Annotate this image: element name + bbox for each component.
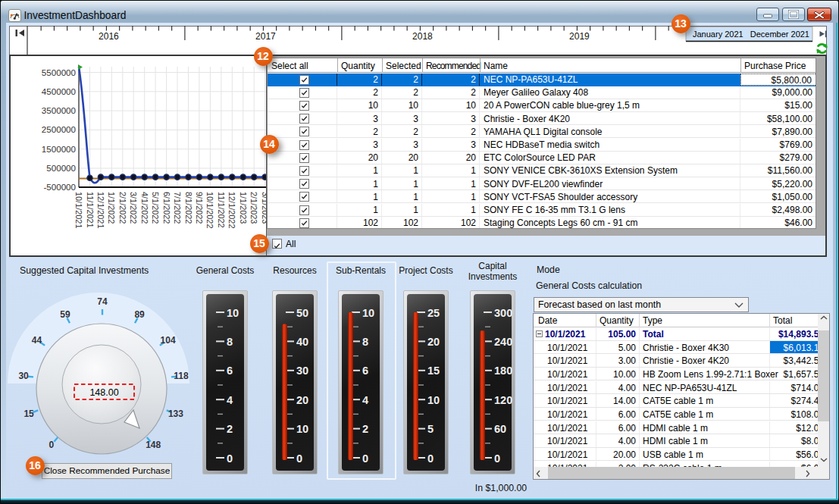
svg-text:10: 10 bbox=[296, 423, 308, 435]
svg-text:15: 15 bbox=[427, 365, 440, 377]
svg-text:4/1/2022: 4/1/2022 bbox=[140, 192, 149, 224]
svg-text:12/1/2021: 12/1/2021 bbox=[96, 192, 105, 228]
svg-text:2/1/2022: 2/1/2022 bbox=[118, 192, 127, 224]
svg-text:89: 89 bbox=[134, 309, 145, 320]
svg-text:2016: 2016 bbox=[99, 31, 119, 42]
svg-text:3/1/2022: 3/1/2022 bbox=[129, 192, 138, 224]
svg-text:6: 6 bbox=[362, 365, 368, 377]
svg-text:10/1/2022: 10/1/2022 bbox=[205, 192, 214, 228]
svg-text:30: 30 bbox=[296, 365, 308, 377]
svg-text:December 2021: December 2021 bbox=[750, 30, 809, 39]
svg-text:118: 118 bbox=[174, 371, 189, 381]
svg-text:0: 0 bbox=[296, 452, 302, 465]
svg-text:-500000: -500000 bbox=[43, 182, 76, 192]
svg-text:1/1/2023: 1/1/2023 bbox=[239, 192, 248, 224]
svg-text:2017: 2017 bbox=[255, 31, 276, 42]
svg-text:59: 59 bbox=[60, 309, 70, 320]
svg-text:January 2021: January 2021 bbox=[693, 30, 744, 39]
svg-text:74: 74 bbox=[97, 296, 108, 307]
svg-text:4500000: 4500000 bbox=[42, 86, 76, 96]
svg-text:50: 50 bbox=[296, 307, 308, 319]
svg-text:4: 4 bbox=[362, 394, 368, 406]
svg-text:25: 25 bbox=[427, 307, 440, 319]
svg-text:120: 120 bbox=[494, 394, 512, 406]
svg-text:2: 2 bbox=[227, 423, 233, 435]
svg-text:2018: 2018 bbox=[412, 31, 433, 42]
svg-text:10/1/2021: 10/1/2021 bbox=[74, 192, 83, 228]
svg-text:12/1/2022: 12/1/2022 bbox=[227, 192, 236, 228]
svg-text:6: 6 bbox=[227, 365, 233, 377]
svg-text:60: 60 bbox=[494, 423, 506, 435]
svg-text:0: 0 bbox=[49, 440, 54, 450]
svg-text:0: 0 bbox=[227, 452, 233, 465]
svg-text:300: 300 bbox=[494, 307, 512, 319]
svg-text:0: 0 bbox=[362, 452, 368, 465]
svg-text:8: 8 bbox=[227, 336, 233, 348]
svg-text:5/1/2022: 5/1/2022 bbox=[151, 192, 160, 224]
svg-text:30: 30 bbox=[18, 371, 29, 381]
svg-text:4: 4 bbox=[227, 394, 233, 406]
svg-text:1/1/2022: 1/1/2022 bbox=[107, 192, 116, 224]
svg-text:180: 180 bbox=[494, 365, 512, 377]
svg-text:20: 20 bbox=[427, 336, 440, 348]
svg-text:148: 148 bbox=[146, 440, 161, 450]
svg-text:0: 0 bbox=[427, 452, 434, 465]
svg-text:11/1/2022: 11/1/2022 bbox=[217, 192, 226, 228]
svg-text:1500000: 1500000 bbox=[42, 144, 76, 154]
svg-text:3/1/2023: 3/1/2023 bbox=[261, 192, 266, 224]
svg-text:6/1/2022: 6/1/2022 bbox=[162, 192, 171, 224]
svg-text:44: 44 bbox=[32, 335, 42, 346]
svg-text:10: 10 bbox=[427, 394, 440, 406]
svg-text:2500000: 2500000 bbox=[42, 124, 76, 134]
svg-text:148.00: 148.00 bbox=[89, 387, 118, 398]
svg-text:500000: 500000 bbox=[46, 163, 76, 173]
svg-text:20: 20 bbox=[296, 394, 308, 406]
svg-text:2: 2 bbox=[362, 423, 368, 435]
svg-text:3500000: 3500000 bbox=[42, 105, 76, 115]
svg-text:133: 133 bbox=[168, 409, 183, 419]
svg-text:10: 10 bbox=[227, 307, 239, 319]
svg-text:5: 5 bbox=[427, 423, 434, 435]
svg-text:8/1/2022: 8/1/2022 bbox=[184, 192, 193, 224]
svg-text:10: 10 bbox=[362, 307, 374, 319]
svg-text:0: 0 bbox=[494, 452, 500, 465]
svg-text:11/1/2021: 11/1/2021 bbox=[86, 192, 95, 228]
svg-text:2/1/2023: 2/1/2023 bbox=[249, 192, 258, 224]
svg-text:9/1/2022: 9/1/2022 bbox=[195, 192, 204, 224]
svg-text:8: 8 bbox=[362, 336, 368, 348]
svg-text:240: 240 bbox=[494, 336, 512, 348]
svg-text:5500000: 5500000 bbox=[42, 67, 76, 77]
svg-text:15: 15 bbox=[23, 409, 34, 419]
svg-text:40: 40 bbox=[296, 336, 308, 348]
svg-text:7/1/2022: 7/1/2022 bbox=[173, 192, 182, 224]
svg-text:2019: 2019 bbox=[569, 31, 590, 42]
svg-text:104: 104 bbox=[161, 335, 176, 346]
